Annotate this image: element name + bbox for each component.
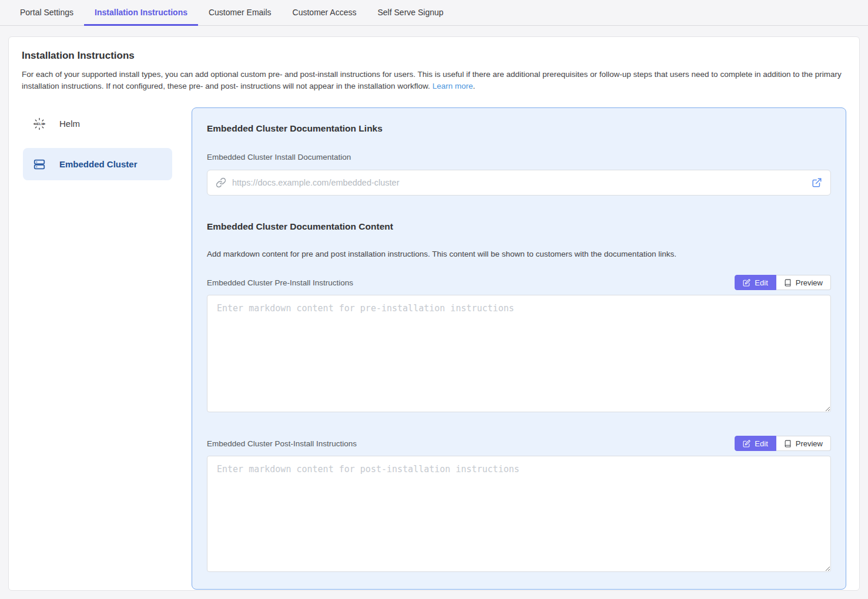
- install-doc-url-field: [207, 170, 831, 196]
- edit-button-label: Edit: [755, 439, 768, 448]
- svg-text:HELM: HELM: [35, 122, 45, 126]
- link-icon: [216, 177, 226, 188]
- preview-book-icon: [784, 440, 792, 447]
- post-install-label-row: Embedded Cluster Post-Install Instructio…: [207, 436, 831, 451]
- content-row: HELM Helm Embedded Cluster: [22, 107, 846, 590]
- helm-icon: HELM: [32, 117, 46, 131]
- post-install-preview-button[interactable]: Preview: [776, 436, 831, 451]
- edit-icon: [743, 279, 750, 287]
- doc-content-title: Embedded Cluster Documentation Content: [207, 221, 831, 232]
- pre-install-label-row: Embedded Cluster Pre-Install Instruction…: [207, 275, 831, 290]
- post-install-label: Embedded Cluster Post-Install Instructio…: [207, 439, 357, 448]
- top-tab-bar: Portal Settings Installation Instruction…: [0, 0, 868, 26]
- install-type-list: HELM Helm Embedded Cluster: [22, 107, 192, 189]
- pre-install-markdown-textarea[interactable]: [207, 295, 831, 412]
- sidebar-item-helm[interactable]: HELM Helm: [23, 107, 172, 140]
- edit-icon: [743, 440, 750, 447]
- preview-button-label: Preview: [796, 278, 823, 287]
- tab-customer-access[interactable]: Customer Access: [282, 0, 367, 26]
- preview-button-label: Preview: [796, 439, 823, 448]
- post-install-mode-toggle: Edit Preview: [735, 436, 831, 451]
- tab-customer-emails[interactable]: Customer Emails: [198, 0, 282, 26]
- tab-self-serve-signup[interactable]: Self Serve Signup: [367, 0, 454, 26]
- install-doc-url-input[interactable]: [232, 178, 806, 187]
- preview-book-icon: [784, 279, 792, 287]
- sidebar-item-embedded-cluster[interactable]: Embedded Cluster: [23, 148, 172, 180]
- page-description-suffix: .: [473, 82, 475, 90]
- learn-more-link[interactable]: Learn more: [433, 82, 473, 90]
- page-description-text: For each of your supported install types…: [22, 70, 842, 90]
- install-doc-label: Embedded Cluster Install Documentation: [207, 153, 831, 161]
- external-link-icon[interactable]: [812, 177, 822, 188]
- server-stack-icon: [32, 158, 46, 171]
- edit-button-label: Edit: [755, 278, 768, 287]
- post-install-markdown-textarea[interactable]: [207, 456, 831, 572]
- pre-install-label: Embedded Cluster Pre-Install Instruction…: [207, 278, 353, 287]
- tab-portal-settings[interactable]: Portal Settings: [9, 0, 84, 26]
- pre-install-mode-toggle: Edit Preview: [735, 275, 831, 290]
- page-description: For each of your supported install types…: [22, 69, 842, 92]
- main-card: Installation Instructions For each of yo…: [8, 36, 860, 591]
- embedded-cluster-panel: Embedded Cluster Documentation Links Emb…: [192, 107, 846, 590]
- page-title: Installation Instructions: [22, 50, 846, 62]
- sidebar-item-label: Helm: [59, 119, 80, 129]
- doc-links-title: Embedded Cluster Documentation Links: [207, 123, 831, 134]
- pre-install-preview-button[interactable]: Preview: [776, 275, 831, 290]
- sidebar-item-label: Embedded Cluster: [59, 159, 138, 169]
- tab-installation-instructions[interactable]: Installation Instructions: [84, 0, 198, 26]
- pre-install-edit-button[interactable]: Edit: [735, 275, 776, 290]
- doc-content-description: Add markdown content for pre and post in…: [207, 250, 831, 258]
- post-install-edit-button[interactable]: Edit: [735, 436, 776, 451]
